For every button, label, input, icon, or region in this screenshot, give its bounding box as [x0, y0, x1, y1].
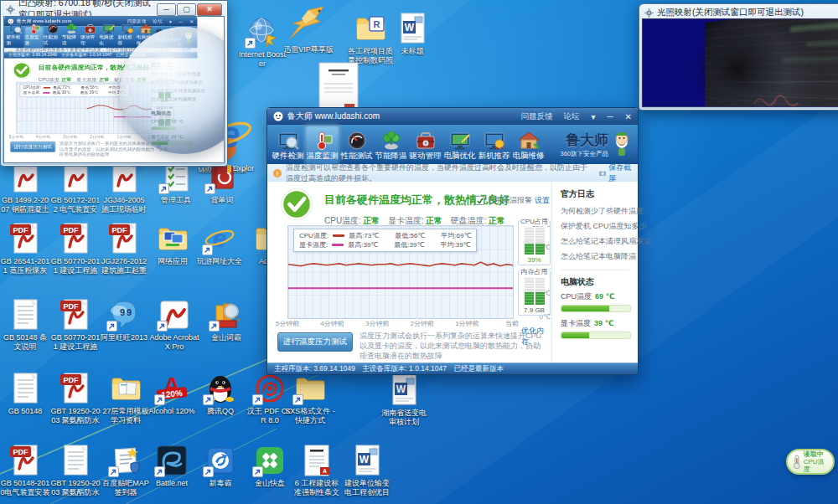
- desktop-icon-label: 6 工程建设标准强制性条文 电力工...: [292, 479, 342, 498]
- desktop-icon-label: 金山词霸: [201, 333, 251, 342]
- cpu-usage-label: CPU占用: [519, 217, 550, 226]
- desktop-icon-label: 未标题: [387, 47, 437, 56]
- tab-icon: [277, 131, 299, 150]
- legend-min: 最低:39℃: [80, 90, 99, 95]
- tieba-icon: [101, 439, 151, 477]
- tab-电脑优化[interactable]: 电脑优化: [99, 26, 117, 48]
- tab-性能测试[interactable]: 性能测试: [339, 125, 374, 164]
- cpu-usage-gauge: CPU占用 39%: [518, 220, 551, 265]
- official-log-link[interactable]: 怎么给笔记本清理风扇灰尘: [561, 234, 638, 249]
- forum-link[interactable]: 论坛: [563, 111, 579, 122]
- desktop-icon[interactable]: PDFGB 50770-2011 建设工程施工现...: [50, 217, 101, 276]
- tab-电脑优化[interactable]: 电脑优化: [442, 125, 477, 164]
- svg-text:W: W: [396, 383, 406, 395]
- tab-驱动管理[interactable]: 驱动管理: [408, 125, 442, 164]
- light-mapping-test-window: 光照映射(关闭测试窗口即可退出测试): [639, 3, 838, 111]
- cpu-temp-widget[interactable]: 读取中 CPU温度: [786, 449, 835, 475]
- ok-check-icon: [11, 60, 32, 80]
- window-title: 鲁大师 www.ludashi.com: [287, 111, 380, 122]
- official-log-link[interactable]: 保护爱机 CPU温度知多少: [561, 219, 638, 234]
- shortcut-arrow-icon: [154, 466, 165, 477]
- minimize-button[interactable]: ─: [157, 3, 176, 16]
- logo-name: 鲁大师: [560, 131, 608, 150]
- tab-新机推荐[interactable]: 新机推荐: [477, 125, 511, 164]
- desktop-icon[interactable]: PDFGB 50770-2011 建设工程施工现...: [50, 293, 101, 352]
- desktop-icon[interactable]: 新毒霸: [195, 439, 246, 488]
- official-log-link[interactable]: 为何检测少了些硬件温度: [561, 203, 638, 219]
- tab-硬件检测[interactable]: 硬件检测: [6, 26, 24, 48]
- desktop-icon[interactable]: GBT 19250-2003 聚氨酯防水涂料: [50, 439, 101, 498]
- feedback-link[interactable]: 问题反馈: [127, 18, 147, 24]
- desktop-icon[interactable]: W湖南省送变电审核计划: [379, 368, 429, 427]
- bench-titlebar[interactable]: 凹凸映射: 6700.18 帧/秒(关闭测试窗口即可退出测试) ─ ▢ ✕: [1, 1, 227, 17]
- maximize-button[interactable]: ▢: [177, 3, 196, 16]
- close-button[interactable]: ✕: [197, 3, 222, 16]
- desktop-icon[interactable]: PDFGB 26541-2011 蒸压粉煤灰多孔砖: [0, 217, 50, 276]
- shortcut-arrow-icon: [108, 466, 119, 477]
- forum-link[interactable]: 论坛: [153, 18, 162, 24]
- desktop-icon[interactable]: 99阿里旺旺2013: [99, 293, 149, 342]
- minimize-button[interactable]: ─: [608, 112, 613, 121]
- ludashi-app-icon: [273, 111, 283, 121]
- desktop-icon[interactable]: e玩游网址大全: [194, 217, 245, 266]
- temp-value: 正常: [363, 216, 380, 225]
- stress-test-button[interactable]: 进行温度压力测试: [10, 141, 55, 152]
- desktop-icon[interactable]: 网络应用: [147, 217, 198, 266]
- tab-新机推荐[interactable]: 新机推荐: [118, 26, 137, 48]
- memory-usage-value: 7.9 GB: [519, 306, 550, 314]
- alarm-checkbox[interactable]: [475, 196, 484, 205]
- desktop-icon[interactable]: SXS格式文件 - 快捷方式: [285, 367, 335, 425]
- desktop-icon[interactable]: GB 50148: [0, 367, 50, 416]
- tab-电脑维修[interactable]: 电脑维修: [511, 125, 546, 164]
- desktop-icon[interactable]: 27层常用模板学习资料: [101, 367, 151, 425]
- desktop-icon[interactable]: 金山快盘: [245, 439, 295, 488]
- svg-text:W: W: [360, 454, 370, 465]
- memory-usage-gauge: 内存占用 7.9 GB: [518, 270, 551, 316]
- stress-test-button[interactable]: 进行温度压力测试: [277, 332, 353, 352]
- pdfb-icon: PDF: [50, 217, 101, 255]
- tab-节能降温[interactable]: 节能降温: [374, 125, 408, 164]
- qq-icon: [195, 367, 246, 405]
- dark-sphere-shadow: [688, 24, 789, 107]
- feedback-link[interactable]: 问题反馈: [520, 111, 552, 122]
- desktop-icon[interactable]: GB 50148 条文说明: [0, 293, 50, 352]
- temp-label: CPU温度:: [39, 77, 60, 82]
- minimize-button[interactable]: ─: [179, 19, 183, 24]
- desktop-icon[interactable]: A6 工程建设标准强制性条文 电力工...: [292, 439, 342, 498]
- desktop-icon[interactable]: A120%Alcohol 120%: [147, 367, 197, 416]
- desktop-icon[interactable]: PDFGBT 19250-2003 聚氨酯防水涂料: [50, 367, 101, 426]
- temp-label: 显卡温度:: [76, 77, 98, 82]
- legend-series-name: CPU温度:: [23, 85, 41, 90]
- desktop-icon[interactable]: 迅雷VIP尊享版: [283, 5, 334, 54]
- desktop-icon-label: 百度贴吧MAP签到器: [101, 479, 151, 497]
- desktop-icon[interactable]: W未标题: [387, 7, 437, 56]
- desktop-icon[interactable]: W建设单位输变电工程创优目标报告...: [342, 439, 392, 498]
- tab-温度监测[interactable]: 温度监测: [305, 125, 339, 164]
- tab-节能降温[interactable]: 节能降温: [62, 26, 80, 48]
- dropdown-arrow-icon[interactable]: ▾: [591, 112, 595, 121]
- version-text: 主程序版本: 3.69.14.1049 主设备库版本: 1.0.14.1047 …: [8, 53, 146, 59]
- close-button[interactable]: ✕: [189, 19, 194, 24]
- svg-text:!: !: [9, 51, 11, 55]
- alarm-settings-link[interactable]: 设置: [535, 195, 550, 206]
- widget-status: 读取中: [804, 450, 830, 458]
- tab-硬件检测[interactable]: 硬件检测: [271, 125, 305, 164]
- wangwang-icon: 99: [99, 293, 149, 332]
- desktop-icon[interactable]: Adobe Acrobat X Pro: [149, 293, 199, 352]
- tab-温度监测[interactable]: 温度监测: [25, 26, 44, 48]
- desktop-icon[interactable]: Internet Booster: [237, 10, 287, 69]
- official-log-link[interactable]: 怎么给笔记本电脑降温: [561, 249, 638, 264]
- desktop-icon[interactable]: 百度贴吧MAP签到器: [101, 439, 151, 497]
- pdfb-icon: PDF: [50, 293, 101, 332]
- desktop-icon[interactable]: PDFGB 50148-2010电气装置安装工程_...: [0, 439, 50, 498]
- legend-series-name: 显卡温度:: [23, 90, 41, 95]
- desktop-icon[interactable]: 金山词霸: [201, 293, 251, 342]
- save-screenshot-link[interactable]: 保存截屏: [599, 162, 632, 184]
- tab-驱动管理[interactable]: 驱动管理: [80, 26, 99, 48]
- desktop-icon[interactable]: PDFJGJ276-2012建筑施工起重吊装安...: [99, 217, 149, 276]
- tab-性能测试[interactable]: 性能测试: [44, 26, 62, 48]
- close-button[interactable]: ✕: [625, 112, 632, 121]
- dropdown-arrow-icon[interactable]: ▾: [169, 19, 172, 24]
- desktop-icon[interactable]: Battle.net: [147, 439, 197, 488]
- desktop-icon[interactable]: 腾讯QQ: [195, 367, 246, 416]
